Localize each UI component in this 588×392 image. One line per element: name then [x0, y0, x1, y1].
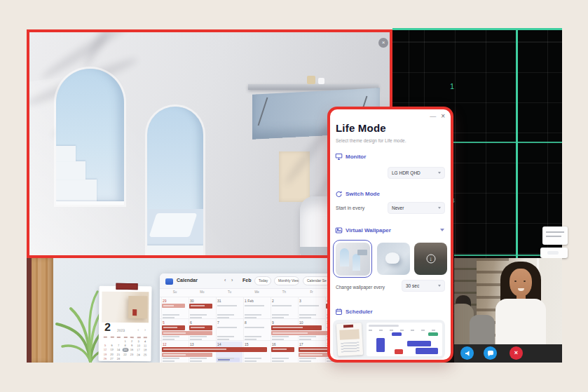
close-icon[interactable]: × [378, 38, 388, 48]
calendar-date[interactable]: 30 [190, 299, 194, 303]
calendar-event[interactable] [162, 331, 212, 335]
calendar-event[interactable] [162, 325, 185, 330]
start-in-every-label: Start in every [336, 205, 364, 210]
calendar-date[interactable]: 10 [299, 320, 303, 325]
event-text-line [190, 360, 202, 362]
event-text-line [163, 314, 179, 316]
event-text-line [190, 314, 207, 316]
wall-calendar-date: 9 [129, 344, 135, 348]
tooltip-text-line [546, 236, 561, 237]
calendar-date[interactable]: 1 Feb [245, 299, 254, 303]
calendar-event[interactable] [189, 304, 212, 309]
wall-calendar-date: 28 [115, 357, 121, 361]
calendar-date[interactable]: 3 [299, 299, 301, 303]
event-text-line [217, 305, 237, 306]
monitor-label: Monitor [346, 154, 366, 160]
wall-calendar-art [102, 292, 149, 323]
wall-calendar-date: 14 [116, 348, 122, 352]
wallpaper-interval-dropdown[interactable]: 30 sec [402, 280, 445, 292]
chevron-down-icon [438, 172, 441, 174]
volume-button[interactable] [460, 346, 474, 360]
calendar-title: Calendar [177, 278, 198, 283]
art-room-block [128, 296, 147, 318]
calendar-date[interactable]: 6 [190, 320, 192, 325]
calendar-prev-button[interactable]: ‹ [224, 278, 226, 283]
change-wallpaper-label: Change wallpaper every [336, 285, 385, 290]
monitor-section-label: Monitor [335, 153, 366, 161]
switch-mode-dropdown[interactable]: Never [388, 202, 445, 214]
calendar-date[interactable]: 2 [272, 299, 274, 303]
calendar-app-icon [165, 278, 173, 285]
maroon-strip [27, 258, 32, 363]
calendar-event[interactable] [162, 347, 267, 352]
event-text-line [217, 358, 234, 359]
calendar-date[interactable]: 29 [163, 299, 167, 303]
event-text-line [272, 360, 284, 362]
event-text-line [245, 314, 261, 316]
close-icon[interactable]: × [441, 112, 445, 120]
wall-calendar-date: 25 [142, 353, 149, 357]
calendar-date[interactable]: 9 [272, 320, 274, 325]
event-text-line [245, 336, 261, 337]
screenshot-canvas: 2 2023 ‹ › 12345678910111213141516171819… [0, 0, 588, 392]
wall-calendar-date: 22 [122, 353, 128, 357]
wallpaper-thumbnail-2[interactable] [377, 243, 410, 275]
calendar-settings-button[interactable]: Calendar Se [303, 276, 331, 285]
wall-calendar-binding [116, 283, 138, 290]
switch-mode-icon [335, 190, 343, 198]
wall-calendar-grid: 1234567891011121314151617181920212223242… [102, 337, 148, 360]
event-text-line [217, 360, 229, 362]
event-text-line [217, 336, 234, 337]
scheduler-preview-calendar [367, 323, 442, 356]
calendar-event[interactable] [162, 304, 185, 308]
wall-calendar-date: 4 [142, 339, 149, 344]
video-call-window: × [454, 258, 562, 363]
calendar-date[interactable]: 17 [299, 342, 303, 346]
tooltip-button-popup[interactable] [540, 248, 568, 258]
scheduler-icon [335, 308, 343, 316]
calendar-date[interactable]: 12 [163, 342, 167, 346]
scheduler-preview[interactable] [333, 320, 445, 359]
calendar-date[interactable]: 15 [245, 342, 249, 346]
calendar-event[interactable] [271, 347, 294, 352]
calendar-date[interactable]: 31 [217, 299, 221, 303]
wall-calendar-date: 20 [109, 352, 115, 356]
event-text-line [299, 314, 316, 316]
wall-calendar-date: 18 [142, 349, 149, 353]
event-text-line [272, 358, 289, 359]
event-text-line [163, 360, 175, 362]
calendar-event[interactable] [189, 325, 212, 330]
calendar-date[interactable]: 8 [245, 320, 247, 325]
chevron-down-icon[interactable] [440, 229, 444, 231]
wall-calendar-date: 12 [102, 348, 109, 352]
event-text-line [163, 358, 179, 359]
calendar-next-button[interactable]: › [231, 278, 233, 283]
event-text-line [272, 305, 292, 306]
monitor-dropdown-value: LG HDR QHD [392, 170, 421, 175]
today-button[interactable]: Today [254, 276, 271, 285]
wall-calendar-date: 3 [135, 339, 142, 344]
minimize-icon[interactable]: — [430, 113, 436, 120]
calendar-date[interactable]: 7 [217, 320, 219, 325]
calendar-date[interactable]: 14 [217, 342, 221, 346]
life-mode-panel: —× Life Mode Select theme design for Lif… [327, 107, 453, 363]
wallpaper-thumbnail-selected[interactable] [333, 240, 372, 278]
calendar-event[interactable] [162, 353, 212, 357]
wall-calendar-date: 19 [102, 352, 109, 356]
monitor-dropdown[interactable]: LG HDR QHD [388, 167, 445, 179]
calendar-day-header: Th [271, 290, 298, 294]
view-dropdown[interactable]: Monthly View [274, 276, 299, 285]
calendar-date[interactable]: 5 [163, 320, 165, 325]
calendar-date[interactable]: 13 [190, 342, 194, 346]
calendar-event[interactable] [271, 325, 322, 330]
event-text-line [299, 305, 319, 306]
virtual-wallpaper-section-label: Virtual Wallpaper [335, 227, 391, 234]
tooltip-mini-button[interactable] [547, 251, 559, 255]
wall-calendar-date: 21 [116, 352, 122, 356]
chat-button[interactable] [484, 346, 497, 360]
wallpaper-thumbnail-download[interactable]: ↓ [414, 243, 447, 275]
end-call-button[interactable]: × [510, 346, 523, 360]
calendar-date[interactable]: 16 [272, 342, 276, 346]
wall-calendar-date: 10 [135, 344, 142, 348]
event-text-line [299, 358, 316, 359]
